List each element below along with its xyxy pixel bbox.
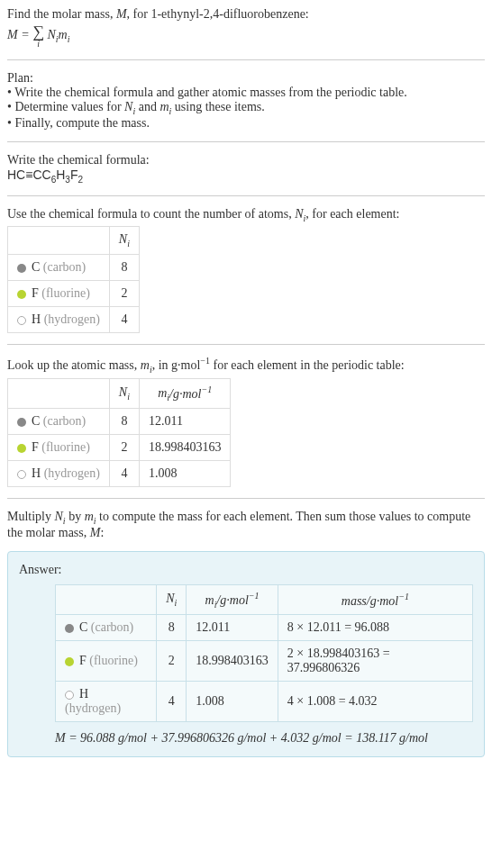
n-header: Ni — [109, 378, 139, 408]
table-header-row: Ni mi/g·mol−1 — [8, 378, 231, 408]
chemical-formula: HC≡CC6H3F2 — [7, 167, 485, 185]
mass-value: 8 × 12.011 = 96.088 — [278, 615, 472, 641]
intro-text: Find the molar mass, M, for 1-ethynyl-2,… — [7, 7, 485, 22]
plan-section: Plan: Write the chemical formula and gat… — [7, 71, 485, 131]
m-value: 12.011 — [187, 615, 278, 641]
lookup-table: Ni mi/g·mol−1 C (carbon) 8 12.011 F (flu… — [7, 378, 231, 487]
n-value: 4 — [109, 461, 139, 487]
element-dot-icon — [65, 657, 74, 666]
n-value: 2 — [109, 281, 139, 307]
mass-value: 4 × 1.008 = 4.032 — [278, 682, 472, 722]
element-dot-icon — [65, 691, 74, 700]
n-value: 2 — [109, 435, 139, 461]
m-value: 18.998403163 — [139, 435, 231, 461]
table-row: C (carbon) 8 — [8, 255, 140, 281]
multiply-var-n: Ni — [55, 510, 66, 523]
n-value: 8 — [109, 409, 139, 435]
element-cell: C (carbon) — [56, 615, 157, 641]
element-cell: H (hydrogen) — [8, 307, 110, 333]
intro-var-m: M — [116, 7, 127, 21]
plan-item: Determine values for Ni and mi using the… — [7, 100, 485, 116]
chemformula-section: Write the chemical formula: HC≡CC6H3F2 — [7, 153, 485, 185]
count-var: Ni — [295, 207, 305, 221]
intro-section: Find the molar mass, M, for 1-ethynyl-2,… — [7, 7, 485, 49]
chemformula-title: Write the chemical formula: — [7, 153, 485, 167]
n-value: 2 — [157, 641, 187, 682]
multiply-var-mm: M — [90, 526, 101, 539]
element-cell: F (fluorine) — [8, 281, 110, 307]
element-cell: H (hydrogen) — [8, 461, 110, 487]
sum-index: i — [32, 40, 44, 49]
table-header-row: Ni — [8, 227, 140, 255]
element-cell: F (fluorine) — [8, 435, 110, 461]
divider — [7, 59, 485, 60]
empty-header — [56, 584, 157, 614]
divider — [7, 195, 485, 196]
lookup-title: Look up the atomic mass, mi, in g·mol−1 … — [7, 356, 485, 374]
element-cell: C (carbon) — [8, 255, 110, 281]
divider — [7, 141, 485, 142]
n-header: Ni — [109, 227, 139, 255]
element-dot-icon — [17, 290, 26, 299]
multiply-text: Multiply Ni by mi to compute the mass fo… — [7, 510, 485, 540]
m-value: 18.998403163 — [187, 641, 278, 682]
element-dot-icon — [17, 418, 26, 427]
element-dot-icon — [65, 624, 74, 633]
divider — [7, 344, 485, 345]
count-section: Use the chemical formula to count the nu… — [7, 207, 485, 334]
formula-lhs: M — [7, 28, 18, 41]
table-header-row: Ni mi/g·mol−1 mass/g·mol−1 — [56, 584, 473, 614]
element-dot-icon — [17, 444, 26, 453]
plan-item: Finally, compute the mass. — [7, 116, 485, 131]
answer-table: Ni mi/g·mol−1 mass/g·mol−1 C (carbon) 8 … — [55, 584, 473, 722]
formula-ni: Ni — [47, 28, 58, 41]
sum-symbol: ∑i — [32, 23, 44, 49]
element-cell: C (carbon) — [8, 409, 110, 435]
empty-header — [8, 378, 110, 408]
multiply-var-m: mi — [85, 510, 96, 523]
mass-header: mass/g·mol−1 — [278, 584, 472, 614]
sigma-icon: ∑ — [32, 23, 44, 41]
m-header: mi/g·mol−1 — [139, 378, 231, 408]
lookup-var: mi — [141, 358, 152, 372]
plan-title: Plan: — [7, 71, 485, 86]
divider — [7, 498, 485, 499]
answer-label: Answer: — [19, 563, 473, 577]
molar-mass-formula: M = ∑i Nimi — [7, 23, 485, 49]
plan-item: Write the chemical formula and gather at… — [7, 86, 485, 100]
table-row: F (fluorine) 2 18.998403163 2 × 18.99840… — [56, 641, 473, 682]
formula-eq: = — [18, 28, 32, 41]
m-header: mi/g·mol−1 — [187, 584, 278, 614]
count-title: Use the chemical formula to count the nu… — [7, 207, 485, 223]
element-cell: F (fluorine) — [56, 641, 157, 682]
m-value: 1.008 — [139, 461, 231, 487]
n-value: 4 — [157, 682, 187, 722]
lookup-section: Look up the atomic mass, mi, in g·mol−1 … — [7, 356, 485, 487]
table-row: H (hydrogen) 4 1.008 4 × 1.008 = 4.032 — [56, 682, 473, 722]
empty-header — [8, 227, 110, 255]
table-row: C (carbon) 8 12.011 — [8, 409, 231, 435]
formula-mi: mi — [59, 28, 70, 41]
table-row: H (hydrogen) 4 — [8, 307, 140, 333]
m-value: 12.011 — [139, 409, 231, 435]
element-cell: H (hydrogen) — [56, 682, 157, 722]
final-result: M = 96.088 g/mol + 37.996806326 g/mol + … — [55, 731, 473, 746]
table-row: F (fluorine) 2 18.998403163 — [8, 435, 231, 461]
plan-list: Write the chemical formula and gather at… — [7, 86, 485, 131]
intro-line1-end: , for 1-ethynyl-2,4-difluorobenzene: — [127, 7, 309, 21]
multiply-section: Multiply Ni by mi to compute the mass fo… — [7, 510, 485, 540]
n-header: Ni — [157, 584, 187, 614]
n-value: 8 — [109, 255, 139, 281]
mass-value: 2 × 18.998403163 = 37.996806326 — [278, 641, 472, 682]
count-table: Ni C (carbon) 8 F (fluorine) 2 H (hydrog… — [7, 226, 140, 333]
m-value: 1.008 — [187, 682, 278, 722]
element-dot-icon — [17, 264, 26, 273]
n-value: 4 — [109, 307, 139, 333]
answer-box: Answer: Ni mi/g·mol−1 mass/g·mol−1 C (ca… — [7, 551, 485, 757]
table-row: F (fluorine) 2 — [8, 281, 140, 307]
element-dot-icon — [17, 316, 26, 325]
table-row: C (carbon) 8 12.011 8 × 12.011 = 96.088 — [56, 615, 473, 641]
intro-line1: Find the molar mass, — [7, 7, 116, 21]
table-row: H (hydrogen) 4 1.008 — [8, 461, 231, 487]
n-value: 8 — [157, 615, 187, 641]
